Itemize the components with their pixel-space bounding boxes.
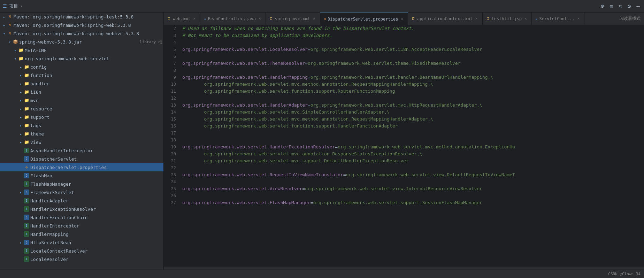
tab-spring-mvc[interactable]: 🗒 spring-mvc.xml ✕ [266, 13, 320, 25]
expand-arrow[interactable] [18, 139, 24, 145]
item-label: resource [30, 106, 162, 111]
code-line-26: 26 [164, 192, 644, 199]
sidebar-item-DispatcherServlet-properties[interactable]: ⚙ DispatcherServlet.properties [0, 163, 163, 171]
code-editor[interactable]: 2 # Used as fallback when no matching be… [164, 25, 644, 266]
sidebar-item-maven-test[interactable]: M Maven: org.springframework:spring-test… [0, 13, 163, 21]
expand-arrow[interactable] [1, 31, 7, 36]
expand-arrow[interactable] [13, 56, 18, 61]
folder-icon: 📁 [24, 81, 29, 86]
sidebar-item-AsyncHandlerInterceptor[interactable]: I AsyncHandlerInterceptor [0, 146, 163, 155]
tab-bar: 🗒 web.xml ✕ ☕ BeanController.java ✕ 🗒 sp… [164, 13, 644, 25]
sidebar-item-maven-web[interactable]: M Maven: org.springframework:spring-web:… [0, 21, 163, 29]
sort-icon[interactable]: ⇆ [617, 2, 623, 10]
folder-icon: 📁 [24, 123, 29, 128]
sidebar-item-HandlerInterceptor[interactable]: I HandlerInterceptor [0, 222, 163, 230]
expand-arrow[interactable] [7, 39, 13, 45]
expand-arrow[interactable] [18, 240, 24, 245]
sidebar-item-FlashMap[interactable]: C FlashMap [0, 171, 163, 180]
tab-close-btn[interactable]: ✕ [576, 16, 581, 21]
maven-icon: M [7, 31, 13, 36]
tab-close-btn[interactable]: ✕ [474, 16, 479, 21]
tab-close-btn[interactable]: ✕ [523, 16, 528, 21]
code-line-10: 10 org.springframework.web.servlet.mvc.m… [164, 81, 644, 88]
item-label: org.springframework.web.servlet [25, 56, 162, 61]
code-line-27: 27 org.springframework.web.servlet.Flash… [164, 199, 644, 206]
folder-icon: 📁 [24, 114, 29, 120]
expand-arrow[interactable] [18, 114, 24, 120]
sidebar-item-LocaleResolver[interactable]: I LocaleResolver [0, 255, 163, 263]
item-label: Maven: org.springframework:spring-webmvc… [14, 31, 162, 36]
settings-icon[interactable]: ⚙ [626, 2, 632, 10]
tab-dispatcher-properties[interactable]: ⚙ DispatcherServlet.properties ✕ [320, 13, 408, 25]
sidebar-item-resource[interactable]: 📁 resource [0, 105, 163, 113]
sidebar-item-HandlerMapping[interactable]: I HandlerMapping [0, 230, 163, 238]
expand-arrow[interactable] [1, 22, 7, 28]
expand-arrow [18, 156, 24, 162]
sidebar-item-view[interactable]: 📁 view [0, 138, 163, 146]
tab-testhtml-jsp[interactable]: 🗒 testhtml.jsp ✕ [483, 13, 532, 25]
expand-arrow[interactable] [18, 72, 24, 78]
sidebar-item-tags[interactable]: 📁 tags [0, 121, 163, 130]
sidebar-item-FlashMapManager[interactable]: I FlashMapManager [0, 180, 163, 188]
sidebar-item-LocaleContextResolver[interactable]: I LocaleContextResolver [0, 247, 163, 255]
tab-close-btn[interactable]: ✕ [400, 16, 404, 22]
item-label: spring-webmvc-5.3.8.jar [19, 39, 138, 45]
expand-arrow [18, 223, 24, 229]
expand-arrow[interactable] [18, 123, 24, 128]
sidebar-item-HandlerAdapter[interactable]: I HandlerAdapter [0, 196, 163, 205]
reader-mode-button[interactable]: 阅读器模式 [616, 14, 644, 23]
code-line-24: 24 [164, 178, 644, 185]
expand-arrow[interactable] [18, 106, 24, 111]
horizontal-scrollbar[interactable] [164, 266, 644, 270]
project-dropdown-icon[interactable]: ▾ [20, 4, 22, 8]
sidebar-item-config[interactable]: 📁 config [0, 63, 163, 71]
sidebar-item-i18n[interactable]: 📁 i18n [0, 88, 163, 96]
tab-servletcont[interactable]: ☕ ServletCont... ✕ [532, 13, 584, 25]
expand-arrow[interactable] [18, 64, 24, 70]
sidebar-item-meta-inf[interactable]: 📁 META-INF [0, 46, 163, 54]
tab-close-btn[interactable]: ✕ [258, 16, 262, 21]
tab-web-xml[interactable]: 🗒 web.xml ✕ [164, 13, 200, 25]
sidebar-item-DispatcherServlet[interactable]: C DispatcherServlet [0, 155, 163, 163]
sidebar-item-maven-webmvc[interactable]: M Maven: org.springframework:spring-webm… [0, 29, 163, 38]
sidebar-item-theme[interactable]: 📁 theme [0, 130, 163, 138]
expand-arrow[interactable] [1, 14, 7, 20]
tab-label: ServletCont... [539, 16, 575, 21]
sidebar-item-org-pkg[interactable]: 📁 org.springframework.web.servlet [0, 54, 163, 63]
project-label[interactable]: 项目 [9, 3, 18, 9]
expand-arrow[interactable] [18, 131, 24, 137]
expand-arrow[interactable] [18, 190, 24, 195]
expand-arrow[interactable] [18, 81, 24, 86]
sidebar-item-jar[interactable]: 📦 spring-webmvc-5.3.8.jar library 根 [0, 38, 163, 46]
sidebar-item-HandlerExecutionChain[interactable]: C HandlerExecutionChain [0, 213, 163, 222]
item-label: FlashMapManager [30, 182, 162, 187]
code-line-14: 14 org.springframework.web.servlet.mvc.S… [164, 109, 644, 116]
tab-close-btn[interactable]: ✕ [312, 16, 316, 21]
sidebar-item-handler[interactable]: 📁 handler [0, 79, 163, 88]
tab-close-btn[interactable]: ✕ [192, 16, 197, 21]
sidebar-item-HandlerExceptionResolver[interactable]: I HandlerExceptionResolver [0, 205, 163, 213]
tab-beancontroller[interactable]: ☕ BeanController.java ✕ [200, 13, 266, 25]
sidebar-item-function[interactable]: 📁 function [0, 71, 163, 79]
properties-icon: ⚙ [24, 164, 29, 170]
expand-arrow[interactable] [18, 98, 24, 103]
compact-icon[interactable]: ≡ [608, 2, 614, 10]
scope-icon[interactable]: ⊕ [599, 2, 606, 10]
expand-arrow[interactable] [13, 47, 18, 53]
item-label: HandlerExceptionResolver [30, 207, 162, 212]
interface-icon: I [24, 223, 29, 229]
item-label: Maven: org.springframework:spring-test:5… [14, 14, 162, 20]
minimize-icon[interactable]: — [635, 2, 641, 10]
sidebar-item-FrameworkServlet[interactable]: C FrameworkServlet [0, 188, 163, 196]
code-line-23: 23 org.springframework.web.servlet.Reque… [164, 171, 644, 178]
code-lines: 2 # Used as fallback when no matching be… [164, 25, 644, 213]
item-label: handler [30, 81, 162, 86]
maven-icon: M [7, 14, 13, 20]
tab-app-context[interactable]: 🗒 applicationContext.xml ✕ [408, 13, 483, 25]
expand-arrow[interactable] [18, 89, 24, 95]
item-label: META-INF [25, 48, 162, 53]
class-icon: C [24, 190, 29, 195]
sidebar-item-support[interactable]: 📁 support [0, 113, 163, 121]
sidebar-item-mvc[interactable]: 📁 mvc [0, 96, 163, 105]
sidebar-item-HttpServletBean[interactable]: C HttpServletBean [0, 238, 163, 247]
